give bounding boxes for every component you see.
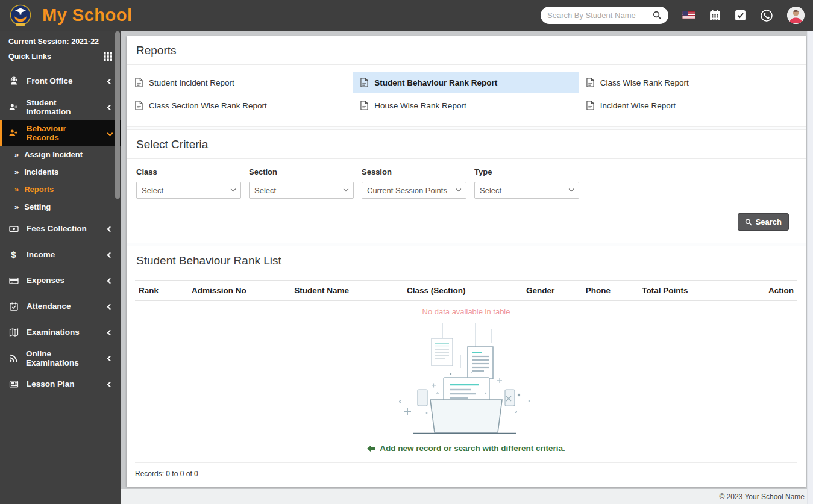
tasks-check-icon[interactable] bbox=[735, 10, 746, 21]
content-card: Reports Student Incident Report Student … bbox=[127, 36, 806, 487]
sidebar-item-examinations[interactable]: Examinations bbox=[0, 319, 121, 345]
field-session: Session Current Session Points bbox=[362, 167, 466, 199]
sidebar-item-behaviour-records[interactable]: Behaviour Records bbox=[0, 120, 121, 146]
col-student-name[interactable]: Student Name bbox=[290, 281, 403, 301]
col-phone[interactable]: Phone bbox=[582, 281, 638, 301]
add-record-hint-label: Add new record or search with different … bbox=[380, 444, 565, 453]
col-class-section[interactable]: Class (Section) bbox=[403, 281, 523, 301]
file-icon bbox=[586, 78, 594, 87]
brand[interactable]: My School bbox=[8, 4, 133, 28]
session-select[interactable]: Current Session Points bbox=[362, 182, 466, 199]
page-scrollbar[interactable] bbox=[807, 31, 813, 504]
report-link-house-wise-rank-report[interactable]: House Wise Rank Report bbox=[353, 95, 579, 116]
page-footer: © 2023 Your School Name bbox=[121, 489, 813, 504]
col-gender[interactable]: Gender bbox=[523, 281, 582, 301]
chevron-left-icon bbox=[108, 353, 112, 362]
sidebar-item-expenses[interactable]: Expenses bbox=[0, 267, 121, 293]
section-select[interactable]: Select bbox=[249, 182, 354, 199]
expenses-icon bbox=[8, 276, 19, 285]
col-total-points[interactable]: Total Points bbox=[638, 281, 738, 301]
quick-links-grid-icon[interactable] bbox=[104, 52, 112, 61]
report-link-student-incident-report[interactable]: Student Incident Report bbox=[128, 72, 353, 93]
col-rank[interactable]: Rank bbox=[135, 281, 188, 301]
online-examinations-icon bbox=[8, 353, 18, 363]
main-content: Reports Student Incident Report Student … bbox=[121, 31, 813, 489]
type-label: Type bbox=[474, 167, 579, 176]
col-action[interactable]: Action bbox=[738, 281, 797, 301]
copyright-text: © 2023 Your School Name bbox=[719, 493, 805, 501]
reports-grid: Student Incident Report Student Behaviou… bbox=[127, 65, 806, 126]
whatsapp-icon[interactable] bbox=[760, 9, 773, 22]
user-avatar[interactable] bbox=[787, 7, 805, 24]
sidebar-item-student-information[interactable]: Student Information bbox=[0, 94, 121, 120]
sidebar-item-lesson-plan[interactable]: Lesson Plan bbox=[0, 371, 121, 397]
criteria-body: Class Select Section Select bbox=[127, 159, 806, 243]
chevron-left-icon bbox=[108, 76, 112, 86]
table-header-row: Rank Admission No Student Name Class (Se… bbox=[135, 281, 797, 301]
sidebar-item-label: Lesson Plan bbox=[27, 379, 75, 388]
type-select-wrap: Select bbox=[474, 182, 579, 199]
criteria-panel: Select Criteria Class Select Section Sel… bbox=[127, 130, 806, 243]
class-select[interactable]: Select bbox=[136, 182, 241, 199]
rank-list-title: Student Behaviour Rank List bbox=[127, 246, 806, 275]
double-angle-icon: » bbox=[14, 185, 19, 194]
sidebar-item-label: Fees Collection bbox=[27, 224, 87, 233]
file-icon bbox=[135, 101, 143, 110]
type-select[interactable]: Select bbox=[474, 182, 579, 199]
search-icon[interactable] bbox=[653, 11, 662, 20]
add-record-hint[interactable]: Add new record or search with different … bbox=[135, 439, 797, 463]
report-link-class-section-wise-rank-report[interactable]: Class Section Wise Rank Report bbox=[128, 95, 353, 116]
search-row: Search bbox=[136, 199, 796, 240]
sidebar-subitem-assign-incident[interactable]: » Assign Incident bbox=[0, 146, 121, 163]
sidebar-subitem-incidents[interactable]: » Incidents bbox=[0, 163, 121, 181]
report-link-student-behaviour-rank-report[interactable]: Student Behaviour Rank Report bbox=[353, 72, 579, 93]
sidebar-item-online-examinations[interactable]: Online Examinations bbox=[0, 345, 121, 371]
report-link-incident-wise-report[interactable]: Incident Wise Report bbox=[579, 95, 805, 116]
sidebar-item-label: Front Office bbox=[27, 76, 73, 86]
sidebar-scrollbar[interactable] bbox=[115, 31, 120, 199]
double-angle-icon: » bbox=[14, 202, 19, 211]
sidebar-subitem-label: Reports bbox=[24, 185, 54, 194]
income-icon: $ bbox=[8, 250, 19, 259]
quick-links-label[interactable]: Quick Links bbox=[8, 52, 51, 61]
session-select-wrap: Current Session Points bbox=[362, 182, 466, 199]
search-input[interactable] bbox=[547, 11, 649, 20]
sidebar-item-front-office[interactable]: Front Office bbox=[0, 68, 121, 94]
brand-title: My School bbox=[42, 5, 133, 25]
sidebar-item-fees-collection[interactable]: Fees Collection bbox=[0, 216, 121, 241]
session-block: Current Session: 2021-22 Quick Links bbox=[0, 31, 121, 66]
arrow-left-icon bbox=[367, 445, 375, 452]
reports-panel: Reports Student Incident Report Student … bbox=[127, 36, 806, 126]
sidebar-subitem-setting[interactable]: » Setting bbox=[0, 198, 121, 216]
section-label: Section bbox=[249, 167, 354, 176]
double-angle-icon: » bbox=[14, 150, 19, 159]
top-header: My School bbox=[0, 0, 813, 31]
sidebar-item-label: Behaviour Records bbox=[27, 124, 100, 142]
report-link-class-wise-rank-report[interactable]: Class Wise Rank Report bbox=[579, 72, 805, 93]
calendar-icon[interactable] bbox=[709, 10, 721, 21]
sidebar-subitem-label: Setting bbox=[24, 202, 51, 211]
search-button[interactable]: Search bbox=[738, 213, 789, 231]
sidebar-item-label: Attendance bbox=[27, 302, 71, 311]
header-actions bbox=[541, 7, 805, 24]
current-session-label: Current Session: 2021-22 bbox=[8, 37, 112, 46]
records-count: Records: 0 to 0 of 0 bbox=[127, 463, 806, 487]
sidebar-item-attendance[interactable]: Attendance bbox=[0, 293, 121, 319]
double-angle-icon: » bbox=[14, 167, 19, 176]
report-link-label: Incident Wise Report bbox=[600, 101, 676, 110]
file-icon bbox=[586, 101, 594, 110]
sidebar-item-income[interactable]: $ Income bbox=[0, 241, 121, 267]
sidebar-subitem-reports[interactable]: » Reports bbox=[0, 181, 121, 198]
col-admission-no[interactable]: Admission No bbox=[188, 281, 290, 301]
report-link-label: Class Section Wise Rank Report bbox=[149, 101, 267, 110]
quick-links[interactable]: Quick Links bbox=[8, 52, 112, 61]
report-link-label: House Wise Rank Report bbox=[374, 101, 466, 110]
empty-row: No data available in table bbox=[135, 301, 797, 317]
search-icon bbox=[745, 219, 752, 226]
sidebar-menu: Front Office Student Information bbox=[0, 68, 121, 397]
field-class: Class Select bbox=[136, 167, 241, 199]
student-search bbox=[541, 7, 668, 24]
sidebar: Current Session: 2021-22 Quick Links bbox=[0, 31, 121, 504]
us-flag-icon[interactable] bbox=[682, 11, 695, 19]
chevron-left-icon bbox=[108, 276, 112, 285]
